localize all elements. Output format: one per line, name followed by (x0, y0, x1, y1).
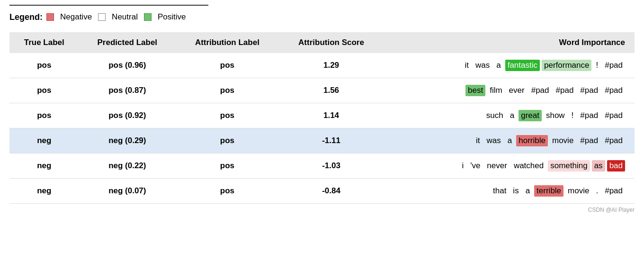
word-token: a (523, 185, 532, 197)
predicted-label-cell: neg (0.29) (79, 128, 176, 154)
word-importance-cell: i'veneverwatchedsomethingasbad (384, 154, 635, 179)
predicted-label-cell: neg (0.07) (79, 179, 176, 204)
predicted-label-cell: neg (0.22) (79, 154, 176, 179)
attribution-score-cell: -0.84 (279, 179, 384, 204)
col-attribution-score: Attribution Score (279, 32, 384, 53)
word-token: was (484, 135, 503, 146)
word-token: . (593, 185, 600, 197)
word-token: #pad (554, 85, 576, 96)
table-row: negneg (0.07)pos-0.84thatisaterriblemovi… (9, 179, 635, 204)
attribution-score-cell: 1.56 (279, 78, 384, 103)
word-token: #pad (529, 85, 552, 96)
true-label-cell: pos (9, 53, 79, 78)
word-token: watched (511, 160, 546, 172)
attribution-label-cell: pos (176, 179, 279, 204)
predicted-label-cell: pos (0.96) (79, 53, 176, 78)
word-token: a (508, 110, 517, 121)
word-token: #pad (602, 60, 625, 71)
negative-color-box (46, 13, 54, 21)
word-token: 've (468, 160, 483, 172)
word-token: best (465, 85, 485, 96)
word-token: #pad (602, 110, 625, 121)
word-token: fantastic (505, 60, 540, 71)
word-importance-cell: bestfilmever#pad#pad#pad#pad (384, 78, 635, 103)
word-token: #pad (602, 85, 625, 96)
word-token: i (459, 160, 466, 172)
word-token: #pad (578, 85, 600, 96)
col-attribution-label: Attribution Label (176, 32, 279, 53)
word-token: ! (593, 60, 600, 71)
word-token: it (474, 135, 483, 146)
legend-title: Legend: (9, 12, 43, 22)
word-token: as (592, 160, 605, 172)
col-predicted-label: Predicted Label (79, 32, 176, 53)
word-importance-cell: thatisaterriblemovie.#pad (384, 179, 635, 204)
word-token: that (491, 185, 509, 197)
table-row: pospos (0.92)pos1.14suchagreatshow!#pad#… (9, 103, 635, 128)
table-row: pospos (0.87)pos1.56bestfilmever#pad#pad… (9, 78, 635, 103)
word-token: such (484, 110, 506, 121)
true-label-cell: neg (9, 154, 79, 179)
word-token: show (544, 110, 567, 121)
attribution-score-cell: -1.03 (279, 154, 384, 179)
word-token: great (519, 110, 542, 121)
legend-positive-label: Positive (155, 11, 188, 23)
word-token: #pad (578, 135, 600, 146)
word-token: film (487, 85, 504, 96)
attribution-label-cell: pos (176, 103, 279, 128)
attribution-score-cell: 1.14 (279, 103, 384, 128)
word-token: is (510, 185, 521, 197)
positive-color-box (144, 13, 152, 21)
col-word-importance: Word Importance (384, 32, 635, 53)
word-importance-cell: itwasafantasticperformance!#pad (384, 53, 635, 78)
legend: Legend: Negative Neutral Positive (9, 11, 635, 23)
true-label-cell: neg (9, 179, 79, 204)
predicted-label-cell: pos (0.92) (79, 103, 176, 128)
true-label-cell: pos (9, 78, 79, 103)
word-importance-cell: suchagreatshow!#pad#pad (384, 103, 635, 128)
word-importance-cell: itwasahorriblemovie#pad#pad (384, 128, 635, 154)
top-border (9, 5, 208, 6)
attribution-label-cell: pos (176, 53, 279, 78)
word-token: it (462, 60, 471, 71)
table-row: negneg (0.22)pos-1.03i'veneverwatchedsom… (9, 154, 635, 179)
word-token: never (484, 160, 510, 172)
word-token: a (494, 60, 503, 71)
word-token: ! (569, 110, 576, 121)
predicted-label-cell: pos (0.87) (79, 78, 176, 103)
neutral-color-box (98, 13, 106, 21)
attribution-label-cell: pos (176, 128, 279, 154)
table-row: pospos (0.96)pos1.29itwasafantasticperfo… (9, 53, 635, 78)
word-token: #pad (578, 110, 600, 121)
legend-neutral-label: Neutral (109, 11, 140, 23)
true-label-cell: neg (9, 128, 79, 154)
word-token: performance (542, 60, 591, 71)
table-row: negneg (0.29)pos-1.11itwasahorriblemovie… (9, 128, 635, 154)
watermark: CSDN @AI Player (9, 207, 635, 213)
attribution-score-cell: -1.11 (279, 128, 384, 154)
word-token: something (548, 160, 590, 172)
attribution-label-cell: pos (176, 78, 279, 103)
attribution-label-cell: pos (176, 154, 279, 179)
word-token: a (505, 135, 514, 146)
true-label-cell: pos (9, 103, 79, 128)
word-token: horrible (516, 135, 548, 146)
word-token: movie (565, 185, 591, 197)
table-header-row: True Label Predicted Label Attribution L… (9, 32, 635, 53)
word-token: movie (550, 135, 576, 146)
legend-negative-label: Negative (58, 11, 94, 23)
attribution-score-cell: 1.29 (279, 53, 384, 78)
word-token: terrible (534, 185, 564, 197)
word-token: ever (507, 85, 527, 96)
col-true-label: True Label (9, 32, 79, 53)
main-table: True Label Predicted Label Attribution L… (9, 32, 635, 204)
word-token: #pad (602, 185, 625, 197)
word-token: bad (607, 160, 625, 172)
word-token: #pad (602, 135, 625, 146)
word-token: was (473, 60, 492, 71)
